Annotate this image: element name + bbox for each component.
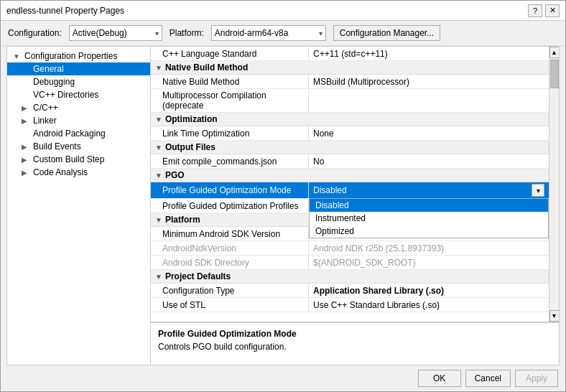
sidebar-item-label-config-props: Configuration Properties (24, 51, 117, 61)
sidebar-item-android-pkg[interactable]: Android Packaging (7, 127, 150, 140)
section-arrow-platform: ▼ (155, 216, 162, 224)
sidebar-item-label-android-pkg: Android Packaging (33, 129, 106, 139)
sidebar-item-code-analysis[interactable]: ▶Code Analysis (7, 166, 150, 179)
sidebar-item-cpp[interactable]: ▶C/C++ (7, 101, 150, 114)
prop-row-pgo-mode[interactable]: Profile Guided Optimization ModeDisabled… (151, 182, 549, 199)
section-label-project-defaults: Project Defaults (165, 271, 231, 281)
sidebar-item-label-build-events: Build Events (33, 141, 81, 151)
config-manager-button[interactable]: Configuration Manager... (333, 25, 440, 41)
sidebar-item-linker[interactable]: ▶Linker (7, 114, 150, 127)
ok-button[interactable]: OK (418, 370, 461, 387)
section-arrow-native-build: ▼ (155, 64, 162, 72)
prop-name-multiprocessor: Multiprocessor Compilation (deprecate (151, 89, 309, 112)
prop-value-pgo-mode[interactable]: Disabled▾DisabledInstrumentedOptimized (309, 182, 549, 198)
prop-name-sdk-dir: Android SDK Directory (151, 256, 309, 269)
section-label-platform: Platform (165, 215, 200, 225)
prop-name-use-stl: Use of STL (151, 298, 309, 312)
section-header-native-build[interactable]: ▼Native Build Method (151, 61, 549, 75)
sidebar-item-custom-build[interactable]: ▶Custom Build Step (7, 153, 150, 166)
sidebar-item-label-vc-dirs: VC++ Directories (33, 90, 98, 100)
title-bar-buttons: ? ✕ (528, 4, 560, 17)
section-arrow-pgo: ▼ (155, 172, 162, 179)
prop-row-link-time-opt[interactable]: Link Time OptimizationNone (151, 126, 549, 141)
apply-button[interactable]: Apply (515, 370, 558, 387)
prop-value-cpp-lang: C++11 (std=c++11) (309, 47, 549, 60)
scrollbar[interactable]: ▲ ▼ (549, 47, 559, 322)
prop-row-multiprocessor[interactable]: Multiprocessor Compilation (deprecate (151, 89, 549, 113)
prop-value-native-build-method: MSBuild (Multiprocessor) (309, 75, 549, 88)
description-panel: Profile Guided Optimization Mode Control… (151, 322, 559, 365)
sidebar-item-label-cpp: C/C++ (33, 103, 58, 113)
description-title: Profile Guided Optimization Mode (158, 329, 552, 339)
config-row: Configuration: Active(Debug) ▾ Platform:… (1, 21, 565, 46)
sidebar-item-general[interactable]: General (7, 62, 150, 75)
platform-dropdown[interactable]: Android-arm64-v8a ▾ (211, 25, 326, 41)
section-label-pgo: PGO (165, 170, 185, 180)
property-table: C++ Language StandardC++11 (std=c++11)▼N… (151, 47, 549, 322)
main-content: ▼Configuration PropertiesGeneralDebuggin… (6, 46, 560, 365)
prop-value-use-stl: Use C++ Standard Libraries (.so) (309, 298, 549, 312)
prop-row-use-stl[interactable]: Use of STLUse C++ Standard Libraries (.s… (151, 298, 549, 312)
prop-value-link-time-opt: None (309, 126, 549, 140)
prop-row-sdk-dir[interactable]: Android SDK Directory$(ANDROID_SDK_ROOT) (151, 256, 549, 270)
prop-name-emit-compile: Emit compile_commands.json (151, 154, 309, 168)
section-arrow-output-files: ▼ (155, 144, 162, 151)
platform-label: Platform: (170, 28, 204, 38)
sidebar-item-label-general: General (33, 64, 64, 74)
prop-name-pgo-mode: Profile Guided Optimization Mode (151, 182, 309, 198)
prop-name-ndk-version: AndroidNdkVersion (151, 241, 309, 255)
expand-icon-custom-build: ▶ (22, 156, 30, 164)
prop-value-text-link-time-opt: None (313, 129, 334, 139)
prop-value-dropdown-btn-pgo-mode[interactable]: ▾ (532, 184, 544, 197)
expand-icon-linker: ▶ (22, 117, 30, 125)
expand-icon-config-props: ▼ (13, 52, 22, 60)
prop-name-cpp-lang: C++ Language Standard (151, 47, 309, 60)
prop-name-config-type: Configuration Type (151, 284, 309, 297)
prop-value-multiprocessor (309, 89, 549, 112)
config-dropdown-arrow: ▾ (155, 29, 159, 37)
sidebar-item-vc-dirs[interactable]: VC++ Directories (7, 88, 150, 101)
section-label-optimization: Optimization (165, 114, 218, 124)
close-button[interactable]: ✕ (545, 4, 560, 17)
section-header-output-files[interactable]: ▼Output Files (151, 141, 549, 154)
expand-icon-cpp: ▶ (22, 104, 30, 112)
prop-row-ndk-version[interactable]: AndroidNdkVersionAndroid NDK r25b (25.1.… (151, 241, 549, 256)
prop-row-config-type[interactable]: Configuration TypeApplication Shared Lib… (151, 284, 549, 298)
prop-name-pgo-profiles: Profile Guided Optimization Profiles (151, 199, 309, 213)
prop-value-sdk-dir: $(ANDROID_SDK_ROOT) (309, 256, 549, 269)
prop-name-link-time-opt: Link Time Optimization (151, 126, 309, 140)
scroll-thumb[interactable] (550, 60, 559, 88)
configuration-label: Configuration: (8, 28, 62, 38)
section-header-project-defaults[interactable]: ▼Project Defaults (151, 270, 549, 284)
bottom-buttons: OK Cancel Apply (1, 365, 565, 391)
prop-row-emit-compile[interactable]: Emit compile_commands.jsonNo (151, 154, 549, 169)
sidebar-item-build-events[interactable]: ▶Build Events (7, 140, 150, 153)
prop-row-cpp-lang[interactable]: C++ Language StandardC++11 (std=c++11) (151, 47, 549, 61)
sidebar-item-debugging[interactable]: Debugging (7, 75, 150, 88)
help-button[interactable]: ? (528, 4, 542, 17)
prop-value-ndk-version: Android NDK r25b (25.1.8937393) (309, 241, 549, 255)
prop-row-native-build-method[interactable]: Native Build MethodMSBuild (Multiprocess… (151, 75, 549, 89)
sidebar-item-label-code-analysis: Code Analysis (33, 167, 88, 177)
dropdown-option-2[interactable]: Optimized (310, 225, 548, 238)
dropdown-option-1[interactable]: Instrumented (310, 212, 548, 225)
scroll-down-button[interactable]: ▼ (549, 310, 560, 322)
sidebar-item-config-props[interactable]: ▼Configuration Properties (7, 50, 150, 62)
section-arrow-project-defaults: ▼ (155, 273, 162, 281)
cancel-button[interactable]: Cancel (465, 370, 511, 387)
scroll-up-button[interactable]: ▲ (549, 47, 560, 58)
prop-value-config-type: Application Shared Library (.so) (309, 284, 549, 297)
section-label-output-files: Output Files (165, 142, 215, 152)
prop-value-text-use-stl: Use C++ Standard Libraries (.so) (313, 300, 440, 310)
dropdown-option-0[interactable]: Disabled (310, 199, 548, 212)
section-label-native-build: Native Build Method (165, 62, 248, 73)
title-bar: endless-tunnel Property Pages ? ✕ (1, 1, 565, 21)
section-header-optimization[interactable]: ▼Optimization (151, 113, 549, 126)
section-header-pgo[interactable]: ▼PGO (151, 169, 549, 182)
configuration-dropdown[interactable]: Active(Debug) ▾ (69, 25, 162, 41)
prop-name-native-build-method: Native Build Method (151, 75, 309, 88)
property-pages-window: endless-tunnel Property Pages ? ✕ Config… (0, 0, 566, 392)
prop-value-text-cpp-lang: C++11 (std=c++11) (313, 49, 388, 59)
description-text: Controls PGO build configuration. (158, 342, 552, 352)
sidebar-item-label-debugging: Debugging (33, 77, 75, 87)
